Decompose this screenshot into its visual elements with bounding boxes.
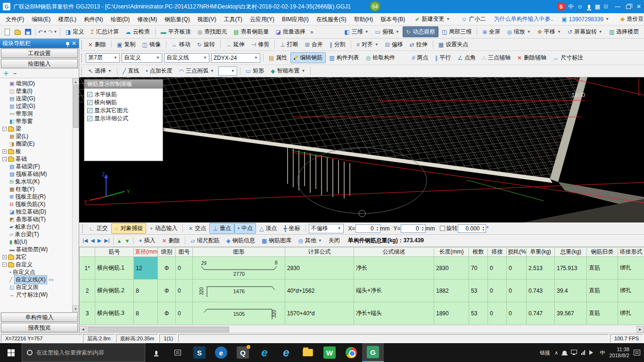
stretch-button[interactable]: ⇄拉伸 [406,39,431,50]
cell-lap[interactable]: 0 [488,280,507,302]
sidebar-item-pile-cap[interactable]: ▰桩承台(V) [1,223,72,230]
cell-diameter[interactable]: 8 [134,302,158,325]
cell-shape[interactable]: 29 2770 8 [193,257,285,280]
close-table-button[interactable]: 关闭 [325,235,343,246]
point-length-tool-button[interactable]: •点加长度 [142,66,175,76]
expand-icon[interactable]: + [2,255,7,259]
action-center-icon[interactable] [634,350,640,355]
cell-category[interactable]: 直筋 [587,257,618,280]
sidebar-item-raft-main-rebar[interactable]: ⊞筏板主筋(R) [1,193,72,200]
dimension-button[interactable]: ↔尺寸标注 [550,52,586,63]
cell-rownum[interactable]: 1* [80,257,95,280]
table-hscrollbar[interactable]: ◀ ▶ [79,325,644,333]
table-row[interactable]: 3 横向钢筋.3 8 Φ 0 1505 320 1570+40*d 净长+端头 [80,302,644,325]
align-slab-top-button[interactable]: ▬平齐板顶 [157,26,194,37]
links-toolbar[interactable]: 链接 [540,349,550,356]
sidebar-folder-custom[interactable]: −自定义 [1,261,72,268]
cell-formula-desc[interactable]: 净长 [354,257,434,280]
snap-coordinate-toggle[interactable]: ╋坐标 [280,223,303,234]
offset-button[interactable]: ⊟偏移 [382,39,406,50]
element-name-select[interactable]: ZDYX-24▼ [211,53,260,63]
pan-button[interactable]: ✥平移▼ [534,26,564,37]
menu-view[interactable]: 视图(V) [194,14,220,25]
offset-mode-select[interactable]: 不偏移▼ [309,224,344,233]
set-grips-button[interactable]: ▦设置夹点 [435,39,471,50]
view-top-button[interactable]: ▭俯视▼ [372,26,403,37]
cell-qty[interactable]: 70 [469,257,488,280]
scroll-right-arrow[interactable]: ▶ [636,326,644,333]
option-horizontal-bars[interactable]: ✓水平纵筋 [87,90,160,99]
open-file-button[interactable] [12,27,23,37]
cell-length[interactable]: 1890 [434,302,469,325]
sidebar-item-beam[interactable]: ▦梁(L) [1,132,72,140]
sidebar-item-cap-beam[interactable]: ▱承台梁(T) [1,230,72,238]
parallel-axis-button[interactable]: ∥平行 [432,52,454,63]
menu-cloud[interactable]: 云应用(Y) [246,14,278,25]
view-rebar-qty-button[interactable]: ▤查看钢筋量 [230,26,272,37]
x-offset-stepper[interactable]: ▲▼ [355,224,380,233]
beans-counter[interactable]: ◉造价豆:0 [617,14,644,25]
x-offset-input[interactable] [356,225,375,232]
dynamic-input-toggle[interactable]: +动态输入 [146,223,181,234]
element-list-button[interactable]: ▥构件列表 [326,52,362,63]
keyboard-icon[interactable]: ▦ [595,3,600,10]
snap-intersection-toggle[interactable]: ✕交点 [185,223,209,234]
rotate-button[interactable]: ↻旋转 [194,39,218,50]
snap-perpendicular-toggle[interactable]: ⊥垂点 [209,223,234,234]
cell-unit-weight[interactable]: 2.513 [527,257,555,280]
fit-all-button[interactable]: ⊕全屏 [479,26,504,37]
redo-button[interactable]: ↷▼ [48,27,58,37]
checkbox-checked-icon[interactable]: ✓ [87,108,92,113]
snap-midpoint-toggle[interactable]: •中点 [234,223,256,234]
local-3d-button[interactable]: ◫局部三维 [438,26,475,37]
cell-rownum[interactable]: 2 [80,280,95,302]
scroll-down-arrow[interactable]: ▼ [73,305,79,312]
checkbox-checked-icon[interactable]: ✓ [87,100,92,105]
summary-calc-button[interactable]: Σ汇总计算 [87,26,122,37]
taskbar-app-4[interactable]: W [319,343,340,362]
table-row[interactable]: 1* 横向钢筋.1 12 Φ 0 29 2770 8 2830 净长 [80,257,644,280]
cell-fig-no[interactable]: 0 [176,302,193,325]
cell-lap[interactable]: 0 [488,302,507,325]
menu-tools[interactable]: 工具(T) [220,14,246,25]
rebar-gallery-button[interactable]: ▦钢筋图库 [258,235,295,246]
phone-contact[interactable]: ▣13907298339▼ [558,15,612,24]
single-element-input-button[interactable]: 单构件输入 [1,313,78,322]
ime-lang-indicator[interactable]: 中 [568,3,574,11]
sidebar-item-strip-foundation[interactable]: ◩条形基础(T) [1,215,72,223]
cell-bar-id[interactable]: 横向钢筋.2 [95,280,134,302]
expand-icon[interactable]: + [2,149,7,154]
menu-online[interactable]: 在线服务(S) [313,14,350,25]
y-offset-input[interactable] [401,225,420,232]
cell-length[interactable]: 1882 [434,280,469,302]
select-tool-button[interactable]: ↖选择▼ [85,66,115,76]
scroll-left-arrow[interactable]: ◀ [79,326,87,333]
sidebar-item-custom-face[interactable]: ◱自定义面 [1,283,72,291]
edit-rebar-button[interactable]: 编辑钢筋 [290,52,326,63]
sidebar-folder-other[interactable]: +其它 [1,253,72,261]
split-button[interactable]: ∥分割 [326,39,349,50]
overflow-chevron[interactable]: » [310,29,314,35]
smart-layout-button[interactable]: ◆智能布置▼ [267,66,308,76]
sidebar-item-dimension[interactable]: ↔尺寸标注(W) [1,291,72,298]
toolbar-grip[interactable] [81,67,83,75]
arc-option-select[interactable]: ▼ [218,66,237,76]
menu-version[interactable]: 版本号(B) [377,14,409,25]
sidebar-item-raft-foundation[interactable]: ▨筏板基础(M) [1,170,72,178]
network-icon[interactable] [581,350,585,355]
cell-unit-weight[interactable]: 0.747 [527,302,555,325]
checkbox-checked-icon[interactable]: ✓ [87,116,92,121]
find-element-button[interactable]: ◎查找图元 [194,26,230,37]
cell-grade[interactable]: Φ [158,302,176,325]
other-menu-button[interactable]: ◎其他▼ [295,235,325,246]
menu-edit[interactable]: 编辑(E) [28,14,54,25]
break-button[interactable]: ⊥打断 [277,39,301,50]
cell-formula-desc[interactable]: 端头+净长 [354,280,434,302]
task-view-button[interactable] [167,343,189,362]
volume-icon[interactable] [589,350,595,355]
delete-aux-axis-button[interactable]: ✕删除辅轴 [514,52,550,63]
close-icon[interactable]: ✕ [72,40,76,47]
clock[interactable]: 11:382018/8/2 [609,346,629,359]
viewport-3d[interactable]: 1800 Z Y X 钢筋显示控制面板 ✓水平纵筋 ✓横向钢筋 [79,77,644,222]
scroll-thumb[interactable] [73,85,79,128]
